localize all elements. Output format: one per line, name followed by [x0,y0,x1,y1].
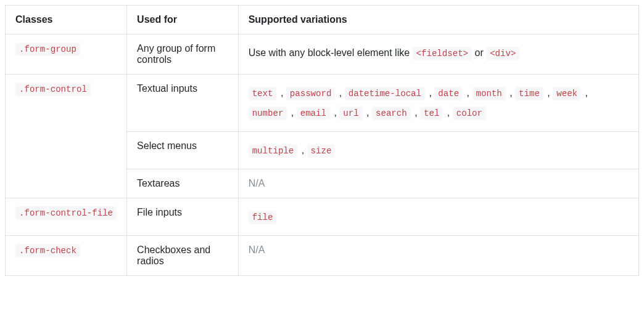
table-row: .form-check Checkboxes and radios N/A [6,236,639,276]
header-variations: Supported variations [238,6,638,34]
variation-code: url [339,107,362,120]
variation-code: search [372,107,411,120]
cell-class: .form-control [6,75,127,198]
variation-code: email [297,107,330,120]
class-code: .form-check [15,244,80,257]
cell-used-for: Textareas [127,169,239,198]
variation-code: text [249,87,277,100]
cell-used-for: Select menus [127,132,239,169]
variation-code: <div> [486,47,519,60]
variation-code: date [434,87,463,100]
class-code: .form-control-file [15,206,117,220]
variation-code: file [249,211,277,224]
cell-variations: N/A [238,236,638,276]
sep: , [288,107,296,118]
variation-code: size [307,144,336,158]
sep: , [331,107,339,118]
variation-code: tel [420,107,443,120]
sep: , [507,87,515,98]
cell-class: .form-group [6,34,127,75]
cell-used-for: Any group of form controls [127,34,239,75]
cell-class: .form-control-file [6,198,127,236]
sep: , [545,87,553,98]
cell-variations: Use with any block-level element like <f… [238,34,638,75]
na-text: N/A [249,245,265,255]
variation-code: week [553,87,581,100]
sep: , [336,87,344,98]
variation-code: password [286,87,336,100]
variation-code: datetime-local [345,87,425,100]
variations-text: Use with any block-level element like [249,47,413,58]
table-row: .form-control Textual inputs text , pass… [6,75,639,132]
sep: , [278,87,286,98]
sep: , [364,107,372,118]
cell-used-for: Checkboxes and radios [127,236,239,276]
variation-code: multiple [249,144,298,158]
cell-used-for: File inputs [127,198,239,236]
table-row: .form-group Any group of form controls U… [6,34,639,75]
sep: , [299,145,307,155]
header-classes: Classes [6,6,127,34]
sep: , [412,107,420,118]
sep: , [426,87,434,98]
variation-code: color [453,107,486,120]
sep: , [444,107,452,118]
sep: , [582,87,588,98]
na-text: N/A [249,178,265,188]
variation-code: month [473,87,506,100]
cell-variations: N/A [238,169,638,198]
class-code: .form-control [15,83,91,96]
variations-sep: or [474,47,486,58]
variation-code: number [249,107,287,120]
cell-variations: text , password , datetime-local , date … [238,75,638,132]
form-classes-table: Classes Used for Supported variations .f… [5,5,639,276]
sep: , [464,87,472,98]
class-code: .form-group [15,43,80,56]
variation-code: time [515,87,543,100]
cell-class: .form-check [6,236,127,276]
cell-used-for: Textual inputs [127,75,239,132]
variation-code: <fieldset> [413,47,472,60]
table-row: .form-control-file File inputs file [6,198,639,236]
cell-variations: multiple , size [238,132,638,169]
table-header-row: Classes Used for Supported variations [6,6,639,34]
cell-variations: file [238,198,638,236]
header-used-for: Used for [127,6,239,34]
